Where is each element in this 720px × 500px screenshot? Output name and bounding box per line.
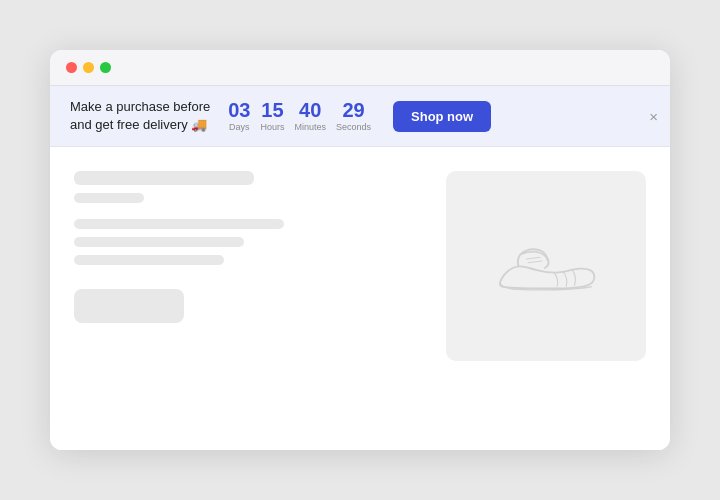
seconds-label: Seconds [336,122,371,132]
browser-window: Make a purchase before and get free deli… [50,50,670,450]
skeleton-button [74,289,184,323]
shoe-icon [491,231,601,301]
countdown-hours: 15 Hours [260,100,284,132]
page-content [50,147,670,450]
countdown-seconds: 29 Seconds [336,100,371,132]
days-value: 03 [228,100,250,120]
countdown-minutes: 40 Minutes [294,100,326,132]
countdown-days: 03 Days [228,100,250,132]
skeleton-line-2 [74,237,244,247]
browser-titlebar [50,50,670,86]
dot-red[interactable] [66,62,77,73]
skeleton-description [74,219,422,265]
left-content [74,171,422,426]
skeleton-title-group [74,171,422,203]
minutes-value: 40 [299,100,321,120]
seconds-value: 29 [342,100,364,120]
close-banner-button[interactable]: × [649,109,658,124]
minutes-label: Minutes [294,122,326,132]
product-image-box [446,171,646,361]
skeleton-line-3 [74,255,224,265]
dot-green[interactable] [100,62,111,73]
banner-text: Make a purchase before and get free deli… [70,98,210,134]
dot-yellow[interactable] [83,62,94,73]
skeleton-title [74,171,254,185]
skeleton-subtitle [74,193,144,203]
svg-line-1 [528,261,543,263]
svg-line-0 [526,258,541,260]
promo-banner: Make a purchase before and get free deli… [50,86,670,147]
hours-label: Hours [260,122,284,132]
banner-text-line1: Make a purchase before [70,99,210,114]
banner-text-line2: and get free delivery 🚚 [70,117,207,132]
skeleton-line-1 [74,219,284,229]
hours-value: 15 [261,100,283,120]
days-label: Days [229,122,250,132]
countdown-timer: 03 Days 15 Hours 40 Minutes 29 Seconds [228,100,371,132]
shop-now-button[interactable]: Shop now [393,101,491,132]
